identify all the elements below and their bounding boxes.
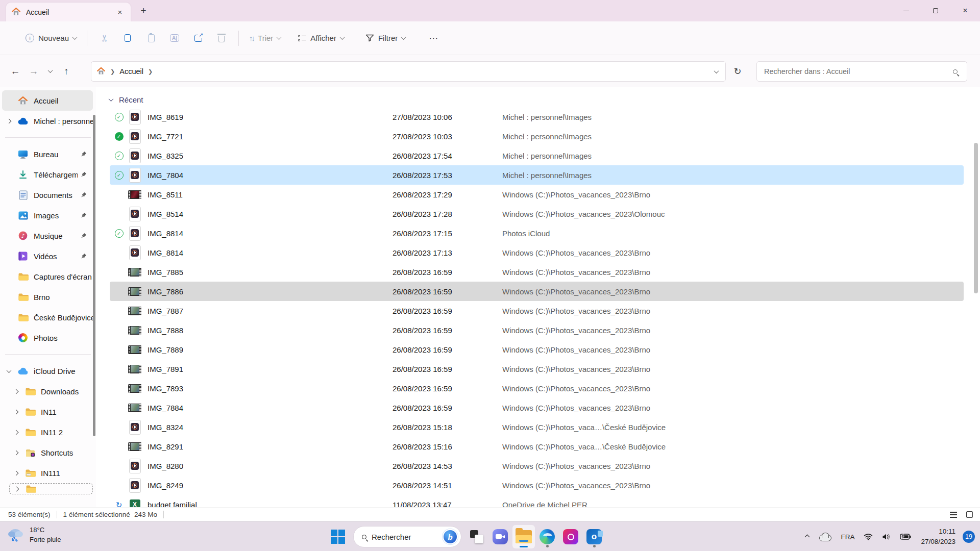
sidebar-item-české-budějovice[interactable]: České Budějovice bbox=[2, 307, 93, 328]
volume-icon[interactable] bbox=[877, 527, 895, 547]
up-button[interactable]: ↑ bbox=[57, 62, 76, 81]
search-box[interactable] bbox=[756, 61, 967, 82]
file-row[interactable]: ✓ IMG_7804 26/08/2023 17:53 Michel : per… bbox=[110, 165, 964, 185]
file-row[interactable]: IMG_8291 26/08/2023 15:16 Windows (C:)\P… bbox=[110, 437, 964, 456]
onedrive-tray-icon[interactable] bbox=[814, 527, 836, 547]
file-row[interactable]: IMG_8511 26/08/2023 17:29 Windows (C:)\P… bbox=[110, 185, 964, 204]
sidebar-item-documents[interactable]: Documents bbox=[2, 185, 93, 205]
scrollbar-thumb[interactable] bbox=[974, 143, 978, 293]
group-header-recent[interactable]: Récent bbox=[96, 87, 980, 107]
explorer-tab[interactable]: Accueil × bbox=[6, 3, 131, 21]
file-row[interactable]: ✓ IMG_8619 27/08/2023 10:06 Michel : per… bbox=[110, 107, 964, 127]
sidebar-item-bureau[interactable]: Bureau bbox=[2, 144, 93, 164]
sidebar-item-photos[interactable]: Photos bbox=[2, 328, 93, 348]
expand-chevron-icon[interactable] bbox=[14, 486, 19, 491]
wifi-icon[interactable] bbox=[859, 527, 877, 547]
file-row[interactable]: IMG_7887 26/08/2023 16:59 Windows (C:)\P… bbox=[110, 301, 964, 320]
minimize-button[interactable] bbox=[891, 0, 921, 21]
close-button[interactable]: × bbox=[950, 0, 980, 21]
sidebar-item-musique[interactable]: ♪ Musique bbox=[2, 226, 93, 246]
outlook-button[interactable]: o bbox=[583, 525, 605, 548]
edge-button[interactable] bbox=[536, 525, 558, 548]
expand-chevron-icon[interactable] bbox=[13, 470, 18, 475]
large-icons-view-icon[interactable] bbox=[966, 511, 973, 518]
sidebar-item-in111[interactable]: IN111 bbox=[9, 463, 93, 483]
collapse-group-chevron[interactable] bbox=[109, 96, 114, 102]
file-row[interactable]: IMG_7884 26/08/2023 16:59 Windows (C:)\P… bbox=[110, 398, 964, 417]
new-button[interactable]: + Nouveau bbox=[20, 28, 82, 48]
back-button[interactable]: ← bbox=[6, 62, 24, 81]
file-row[interactable]: IMG_7885 26/08/2023 16:59 Windows (C:)\P… bbox=[110, 262, 964, 282]
refresh-button[interactable]: ↻ bbox=[728, 62, 747, 81]
file-row[interactable]: IMG_8814 26/08/2023 17:13 Windows (C:)\P… bbox=[110, 243, 964, 262]
cut-button[interactable]: ✂ bbox=[92, 28, 116, 48]
delete-button[interactable] bbox=[210, 28, 233, 48]
breadcrumb-root[interactable]: Accueil bbox=[119, 67, 143, 76]
sort-button[interactable]: ↑↓ Trier bbox=[244, 28, 286, 48]
file-row[interactable]: IMG_8280 26/08/2023 14:53 Windows (C:)\P… bbox=[110, 456, 964, 475]
file-row[interactable]: IMG_7893 26/08/2023 16:59 Windows (C:)\P… bbox=[110, 379, 964, 398]
copy-button[interactable] bbox=[116, 28, 139, 48]
rename-button[interactable]: A| bbox=[163, 28, 186, 48]
expand-chevron-icon[interactable] bbox=[6, 118, 11, 123]
sidebar-item-images[interactable]: Images bbox=[2, 205, 93, 226]
forward-button[interactable]: → bbox=[24, 62, 43, 81]
sidebar-item-michel-personnel[interactable]: Michel : personnel bbox=[2, 111, 93, 131]
file-row[interactable]: IMG_8514 26/08/2023 17:28 Windows (C:)\P… bbox=[110, 204, 964, 223]
details-view-icon[interactable] bbox=[950, 512, 957, 518]
more-options-button[interactable]: ⋯ bbox=[424, 28, 444, 48]
sidebar-item-in11-2[interactable]: IN11 2 bbox=[9, 422, 93, 442]
sidebar-item-downloads[interactable]: Downloads bbox=[9, 381, 93, 402]
weather-widget[interactable]: 18°C Forte pluie bbox=[7, 525, 61, 545]
breadcrumb-bar[interactable]: ❯ Accueil ❯ bbox=[91, 61, 726, 82]
expand-chevron-icon[interactable] bbox=[13, 389, 18, 394]
file-row[interactable]: IMG_8324 26/08/2023 15:18 Windows (C:)\P… bbox=[110, 417, 964, 437]
breadcrumb-separator[interactable]: ❯ bbox=[148, 68, 153, 75]
sidebar-item-brno[interactable]: Brno bbox=[2, 287, 93, 307]
share-button[interactable] bbox=[186, 28, 210, 48]
file-row[interactable]: ↻ X budget familial 11/08/2023 13:47 One… bbox=[110, 495, 964, 507]
view-button[interactable]: Afficher bbox=[293, 28, 349, 48]
tab-close-icon[interactable]: × bbox=[114, 7, 126, 18]
sidebar-item-icloud-drive[interactable]: iCloud Drive bbox=[2, 361, 93, 381]
taskbar-search[interactable]: Rechercher b bbox=[353, 526, 461, 547]
language-indicator[interactable]: FRA bbox=[836, 527, 859, 547]
chat-button[interactable] bbox=[489, 525, 511, 548]
pinned-app-button[interactable] bbox=[559, 525, 582, 548]
sidebar-scrollbar[interactable] bbox=[92, 87, 95, 507]
file-row[interactable]: IMG_7888 26/08/2023 16:59 Windows (C:)\P… bbox=[110, 320, 964, 340]
notification-badge[interactable]: 19 bbox=[963, 531, 975, 543]
paste-button[interactable] bbox=[139, 28, 163, 48]
file-row[interactable]: IMG_7891 26/08/2023 16:59 Windows (C:)\P… bbox=[110, 359, 964, 379]
search-input[interactable] bbox=[763, 67, 953, 76]
sidebar-item-in11[interactable]: IN11 bbox=[9, 402, 93, 422]
sidebar-item-item[interactable] bbox=[9, 483, 93, 494]
address-dropdown-chevron[interactable] bbox=[714, 68, 719, 73]
file-row[interactable]: ✓ IMG_8325 26/08/2023 17:54 Michel : per… bbox=[110, 146, 964, 165]
file-row[interactable]: IMG_7886 26/08/2023 16:59 Windows (C:)\P… bbox=[110, 282, 964, 301]
file-row[interactable]: IMG_7889 26/08/2023 16:59 Windows (C:)\P… bbox=[110, 340, 964, 359]
sidebar-item-vidéos[interactable]: Vidéos bbox=[2, 246, 93, 266]
maximize-button[interactable] bbox=[921, 0, 950, 21]
file-row[interactable]: ✓ IMG_7721 27/08/2023 10:03 Michel : per… bbox=[110, 127, 964, 146]
file-row[interactable]: IMG_8249 26/08/2023 14:51 Windows (C:)\P… bbox=[110, 475, 964, 495]
task-view-button[interactable] bbox=[465, 525, 488, 548]
sidebar-item-accueil[interactable]: Accueil bbox=[2, 90, 93, 111]
expand-chevron-icon[interactable] bbox=[6, 368, 11, 373]
file-list-scrollbar[interactable] bbox=[973, 89, 979, 505]
expand-chevron-icon[interactable] bbox=[13, 450, 18, 455]
new-tab-button[interactable]: + bbox=[137, 4, 150, 17]
sidebar-item-captures-d-écran[interactable]: Captures d'écran bbox=[2, 266, 93, 287]
sidebar-item-téléchargements[interactable]: Téléchargements bbox=[2, 164, 93, 185]
hidden-icons-chevron[interactable] bbox=[801, 527, 814, 547]
clock[interactable]: 10:11 27/08/2023 bbox=[916, 527, 961, 546]
sidebar-item-shortcuts[interactable]: Shortcuts bbox=[9, 442, 93, 463]
recent-locations-button[interactable] bbox=[43, 62, 57, 81]
file-explorer-button[interactable] bbox=[512, 525, 535, 548]
expand-chevron-icon[interactable] bbox=[13, 430, 18, 435]
battery-icon[interactable] bbox=[895, 527, 916, 547]
file-row[interactable]: ✓ IMG_8814 26/08/2023 17:15 Photos iClou… bbox=[110, 223, 964, 243]
start-button[interactable] bbox=[327, 525, 349, 548]
filter-button[interactable]: Filtrer bbox=[360, 28, 410, 48]
expand-chevron-icon[interactable] bbox=[13, 409, 18, 414]
